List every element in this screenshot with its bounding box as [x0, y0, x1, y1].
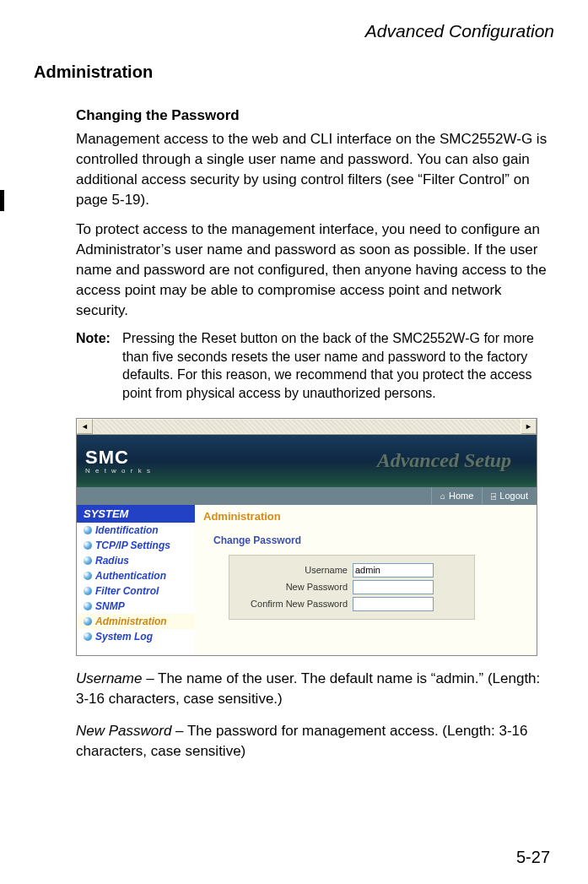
sidebar-item-label: System Log: [95, 631, 153, 643]
bullet-icon: [84, 617, 92, 626]
sidebar-item-radius[interactable]: Radius: [77, 553, 195, 568]
confirm-password-label: Confirm New Password: [238, 599, 353, 609]
sidebar-item-label: SNMP: [95, 600, 125, 612]
password-form: Username New Password Confirm New Passwo…: [229, 555, 475, 620]
sub-heading: Changing the Password: [76, 107, 554, 124]
sidebar-item-filter-control[interactable]: Filter Control: [77, 583, 195, 599]
sidebar-item-identification[interactable]: Identification: [77, 523, 195, 538]
username-label: Username: [238, 565, 353, 575]
ui-screenshot: ◄ ► SMC N e t w o r k s Advanced Setup ⌂…: [76, 418, 537, 656]
sidebar-item-label: Radius: [95, 555, 129, 567]
section-heading: Administration: [34, 62, 554, 82]
sidebar-header: SYSTEM: [77, 505, 195, 523]
logo-text: SMC: [85, 447, 152, 469]
change-password-label: Change Password: [213, 534, 528, 546]
sidebar: SYSTEM Identification TCP/IP Settings Ra…: [77, 505, 195, 656]
bullet-icon: [84, 587, 92, 595]
new-password-label: New Password: [238, 582, 353, 592]
chapter-title: Advanced Configuration: [42, 21, 554, 41]
scroll-track[interactable]: [93, 420, 521, 433]
sidebar-item-snmp[interactable]: SNMP: [77, 599, 195, 614]
smc-logo: SMC N e t w o r k s: [85, 447, 152, 475]
home-label: Home: [449, 491, 473, 501]
scroll-left-icon[interactable]: ◄: [77, 419, 93, 434]
sidebar-item-administration[interactable]: Administration: [77, 614, 195, 629]
home-icon: ⌂: [440, 491, 445, 501]
definition-username: Username – The name of the user. The def…: [76, 669, 554, 709]
note-label: Note:: [76, 329, 122, 402]
sidebar-item-system-log[interactable]: System Log: [77, 629, 195, 644]
logout-button[interactable]: ⍈ Logout: [482, 487, 537, 505]
paragraph-2: To protect access to the management inte…: [76, 220, 554, 322]
username-input[interactable]: [353, 563, 434, 578]
sidebar-item-label: Filter Control: [95, 585, 159, 597]
bullet-icon: [84, 602, 92, 610]
bullet-icon: [84, 541, 92, 550]
horizontal-scrollbar[interactable]: ◄ ►: [77, 419, 537, 435]
toolbar: ⌂ Home ⍈ Logout: [77, 487, 537, 505]
main-panel: Administration Change Password Username …: [195, 505, 537, 656]
scroll-right-icon[interactable]: ►: [521, 419, 537, 434]
sidebar-item-authentication[interactable]: Authentication: [77, 568, 195, 583]
main-title: Administration: [203, 510, 528, 523]
home-button[interactable]: ⌂ Home: [431, 487, 482, 505]
page-number: 5-27: [516, 848, 550, 867]
sidebar-item-label: Administration: [95, 616, 167, 627]
note-block: Note: Pressing the Reset button on the b…: [76, 329, 554, 402]
banner-title: Advanced Setup: [377, 449, 511, 472]
bullet-icon: [84, 632, 92, 641]
paragraph-1: Management access to the web and CLI int…: [76, 129, 554, 211]
confirm-password-input[interactable]: [353, 597, 434, 611]
bullet-icon: [84, 556, 92, 565]
logo-subtext: N e t w o r k s: [85, 467, 152, 475]
def-username-term: Username: [76, 670, 142, 686]
change-bar: [0, 190, 4, 211]
sidebar-item-label: TCP/IP Settings: [95, 540, 170, 551]
logout-label: Logout: [499, 491, 528, 501]
def-username-body: – The name of the user. The default name…: [76, 670, 540, 707]
bullet-icon: [84, 526, 92, 534]
sidebar-item-tcpip[interactable]: TCP/IP Settings: [77, 538, 195, 553]
sidebar-item-label: Authentication: [95, 570, 166, 582]
logout-icon: ⍈: [491, 491, 496, 501]
def-newpw-term: New Password: [76, 723, 171, 739]
definition-new-password: New Password – The password for manageme…: [76, 721, 554, 762]
new-password-input[interactable]: [353, 580, 434, 594]
sidebar-item-label: Identification: [95, 524, 159, 536]
banner: SMC N e t w o r k s Advanced Setup: [77, 435, 537, 487]
bullet-icon: [84, 572, 92, 580]
note-body: Pressing the Reset button on the back of…: [122, 329, 554, 402]
